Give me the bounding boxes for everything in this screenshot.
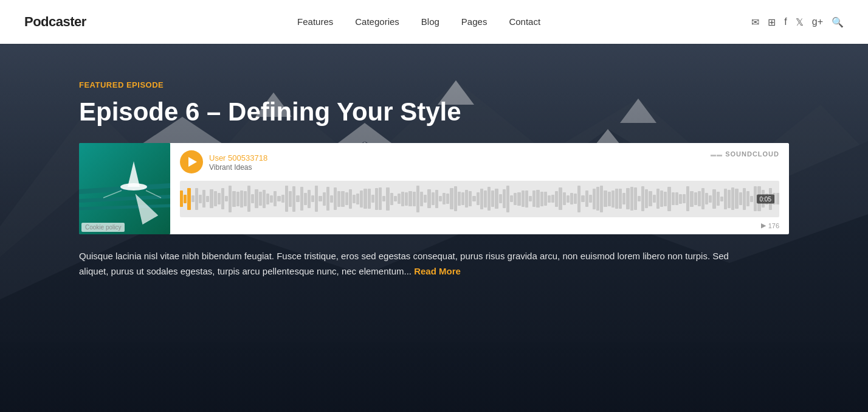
waveform-bar-15 <box>236 192 239 206</box>
waveform-bar-24 <box>270 195 273 203</box>
search-icon[interactable]: 🔍 <box>832 16 844 28</box>
player-thumbnail: Cookie policy <box>79 143 170 234</box>
waveform-bar-48 <box>360 190 363 208</box>
waveform-bar-21 <box>259 192 262 206</box>
user-link[interactable]: User 500533718 <box>209 153 267 162</box>
waveform-bar-46 <box>353 195 356 203</box>
waveform-bar-125 <box>649 191 652 206</box>
waveform-bar-65 <box>424 195 427 203</box>
nav-blog[interactable]: Blog <box>421 16 439 27</box>
waveform-bar-97 <box>544 192 547 206</box>
nav-features[interactable]: Features <box>297 16 333 27</box>
nav-contact[interactable]: Contact <box>509 16 540 27</box>
waveform-bar-25 <box>274 191 277 206</box>
play-button[interactable] <box>180 150 203 173</box>
rss-icon[interactable]: ⊞ <box>768 16 776 28</box>
waveform-bar-34 <box>308 190 311 208</box>
waveform-bar-129 <box>664 192 667 206</box>
waveform-bar-70 <box>443 193 446 204</box>
waveform-bar-16 <box>240 190 243 208</box>
waveform-bar-104 <box>570 193 573 204</box>
waveform-bar-57 <box>394 196 397 201</box>
waveform-bar-113 <box>604 190 607 207</box>
waveform-bar-40 <box>330 195 333 203</box>
waveform-bar-75 <box>461 192 464 205</box>
facebook-icon[interactable]: f <box>784 16 787 27</box>
nav-categories[interactable]: Categories <box>355 16 399 27</box>
read-more-link[interactable]: Read More <box>414 266 461 276</box>
waveform-bar-114 <box>608 192 611 206</box>
waveform-bar-142 <box>712 189 715 209</box>
track-info: User 500533718 Vibrant Ideas <box>209 152 267 172</box>
waveform-bar-94 <box>532 190 536 207</box>
waveform-bar-77 <box>469 191 472 206</box>
waveform-bar-99 <box>551 195 554 202</box>
featured-label: Featured Episode <box>79 80 789 89</box>
waveform-bar-6 <box>202 190 205 208</box>
waveform-bar-148 <box>735 189 738 208</box>
waveform-bar-60 <box>405 192 408 206</box>
player-header: User 500533718 Vibrant Ideas ▬▬ SOUNDCLO… <box>180 150 779 173</box>
waveform[interactable]: 0:05 <box>180 181 779 217</box>
waveform-bar-126 <box>653 195 656 203</box>
waveform-bar-36 <box>315 186 318 212</box>
nav-pages[interactable]: Pages <box>461 16 487 27</box>
hero-section: Featured Episode Episode 6 – Defining Yo… <box>0 44 868 412</box>
waveform-bar-141 <box>709 195 712 203</box>
waveform-bar-50 <box>368 189 371 208</box>
waveform-bar-81 <box>484 190 487 208</box>
waveform-bar-118 <box>622 193 625 204</box>
waveform-bar-5 <box>199 195 202 203</box>
waveform-bar-55 <box>386 187 389 211</box>
waveform-bar-87 <box>506 186 509 212</box>
google-plus-icon[interactable]: g+ <box>812 16 823 27</box>
waveform-bar-96 <box>540 192 543 206</box>
waveform-bar-95 <box>536 190 539 207</box>
waveform-bar-17 <box>244 191 247 206</box>
email-icon[interactable]: ✉ <box>751 16 759 28</box>
waveform-bar-90 <box>517 192 520 206</box>
waveform-bar-138 <box>698 191 701 206</box>
waveform-bar-111 <box>596 187 599 211</box>
waveform-bar-121 <box>634 187 637 210</box>
waveform-bar-92 <box>525 190 528 208</box>
waveform-bar-20 <box>255 189 258 209</box>
plays-number: 176 <box>768 222 779 229</box>
waveform-bar-86 <box>503 189 506 208</box>
waveform-bar-116 <box>615 189 618 209</box>
site-logo[interactable]: Podcaster <box>24 14 86 30</box>
waveform-bar-45 <box>349 189 352 209</box>
nav-social-icons: ✉ ⊞ f 𝕏 g+ 🔍 <box>751 16 844 28</box>
waveform-bar-29 <box>289 191 292 207</box>
waveform-bar-33 <box>304 193 307 205</box>
episode-description: Quisque lacinia nisl vitae nibh bibendum… <box>79 249 748 279</box>
track-name: Vibrant Ideas <box>209 163 267 172</box>
waveform-bar-53 <box>379 187 382 210</box>
waveform-bar-7 <box>206 196 209 202</box>
waveform-bar-128 <box>660 190 663 207</box>
episode-title: Episode 6 – Defining Your Style <box>79 98 789 126</box>
waveform-bar-136 <box>690 191 693 207</box>
waveform-bar-109 <box>589 195 592 203</box>
waveform-bar-58 <box>398 194 401 204</box>
waveform-bar-115 <box>611 190 615 208</box>
waveform-bar-123 <box>641 186 644 211</box>
waveform-bar-8 <box>210 189 213 208</box>
waveform-bar-140 <box>705 193 708 204</box>
waveform-bar-54 <box>382 196 385 201</box>
waveform-bar-107 <box>581 195 584 202</box>
waveform-bar-120 <box>630 187 633 211</box>
waveform-bar-88 <box>510 195 513 202</box>
twitter-icon[interactable]: 𝕏 <box>796 16 804 28</box>
waveform-bar-131 <box>672 192 675 205</box>
waveform-bar-134 <box>683 194 686 203</box>
waveform-bar-137 <box>694 192 697 205</box>
cookie-policy-label[interactable]: Cookie policy <box>81 223 125 232</box>
waveform-bar-91 <box>522 190 525 207</box>
waveform-bar-73 <box>454 186 457 211</box>
waveform-bar-149 <box>739 192 742 205</box>
waveform-bar-76 <box>465 190 468 208</box>
waveform-bar-119 <box>626 188 629 209</box>
nav-links: Features Categories Blog Pages Contact <box>297 16 540 27</box>
waveform-bar-35 <box>311 195 314 202</box>
